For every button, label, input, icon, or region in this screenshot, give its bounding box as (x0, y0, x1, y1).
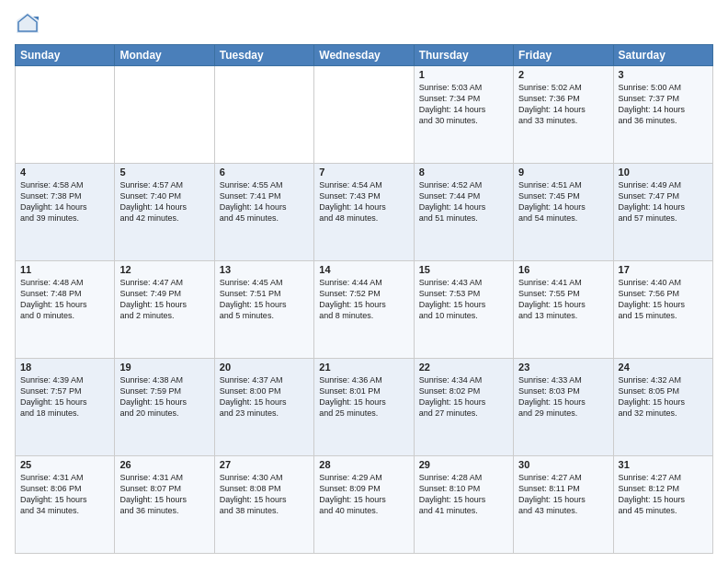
day-cell: 4Sunrise: 4:58 AM Sunset: 7:38 PM Daylig… (16, 164, 115, 261)
day-cell: 11Sunrise: 4:48 AM Sunset: 7:48 PM Dayli… (16, 261, 115, 359)
svg-marker-0 (17, 13, 39, 33)
day-info: Sunrise: 4:40 AM Sunset: 7:56 PM Dayligh… (619, 277, 708, 322)
day-number: 30 (518, 459, 608, 470)
day-info: Sunrise: 4:33 AM Sunset: 8:03 PM Dayligh… (518, 374, 608, 419)
day-number: 23 (518, 362, 608, 373)
week-row-1: 1Sunrise: 5:03 AM Sunset: 7:34 PM Daylig… (16, 66, 713, 164)
day-cell (214, 66, 313, 164)
day-cell: 2Sunrise: 5:02 AM Sunset: 7:36 PM Daylig… (514, 66, 613, 164)
week-row-3: 11Sunrise: 4:48 AM Sunset: 7:48 PM Dayli… (16, 261, 713, 359)
day-cell: 18Sunrise: 4:39 AM Sunset: 7:57 PM Dayli… (16, 359, 115, 456)
day-number: 12 (119, 264, 209, 275)
day-cell: 15Sunrise: 4:43 AM Sunset: 7:53 PM Dayli… (414, 261, 513, 359)
day-cell: 19Sunrise: 4:38 AM Sunset: 7:59 PM Dayli… (115, 359, 214, 456)
day-cell: 29Sunrise: 4:28 AM Sunset: 8:10 PM Dayli… (414, 456, 513, 554)
day-info: Sunrise: 4:43 AM Sunset: 7:53 PM Dayligh… (419, 277, 508, 322)
day-number: 8 (419, 167, 508, 178)
week-row-2: 4Sunrise: 4:58 AM Sunset: 7:38 PM Daylig… (16, 164, 713, 261)
calendar-table: SundayMondayTuesdayWednesdayThursdayFrid… (15, 44, 713, 554)
day-info: Sunrise: 4:38 AM Sunset: 7:59 PM Dayligh… (119, 374, 209, 419)
weekday-header-sunday: Sunday (16, 45, 115, 66)
day-cell: 8Sunrise: 4:52 AM Sunset: 7:44 PM Daylig… (414, 164, 513, 261)
day-number: 3 (619, 69, 708, 80)
day-number: 2 (518, 69, 608, 80)
day-cell: 3Sunrise: 5:00 AM Sunset: 7:37 PM Daylig… (613, 66, 712, 164)
day-number: 20 (220, 362, 309, 373)
page: SundayMondayTuesdayWednesdayThursdayFrid… (0, 0, 728, 563)
day-number: 24 (619, 362, 708, 373)
day-info: Sunrise: 4:52 AM Sunset: 7:44 PM Dayligh… (419, 179, 508, 224)
day-info: Sunrise: 4:41 AM Sunset: 7:55 PM Dayligh… (518, 277, 608, 322)
day-cell: 20Sunrise: 4:37 AM Sunset: 8:00 PM Dayli… (214, 359, 313, 456)
day-cell: 28Sunrise: 4:29 AM Sunset: 8:09 PM Dayli… (314, 456, 414, 554)
day-number: 4 (20, 167, 109, 178)
day-info: Sunrise: 4:44 AM Sunset: 7:52 PM Dayligh… (319, 277, 408, 322)
day-number: 22 (419, 362, 508, 373)
day-cell: 12Sunrise: 4:47 AM Sunset: 7:49 PM Dayli… (115, 261, 214, 359)
day-info: Sunrise: 5:00 AM Sunset: 7:37 PM Dayligh… (619, 82, 708, 127)
day-cell: 10Sunrise: 4:49 AM Sunset: 7:47 PM Dayli… (613, 164, 712, 261)
day-number: 27 (220, 459, 309, 470)
day-info: Sunrise: 4:47 AM Sunset: 7:49 PM Dayligh… (119, 277, 209, 322)
day-info: Sunrise: 4:31 AM Sunset: 8:07 PM Dayligh… (119, 472, 209, 517)
week-row-4: 18Sunrise: 4:39 AM Sunset: 7:57 PM Dayli… (16, 359, 713, 456)
calendar-body: 1Sunrise: 5:03 AM Sunset: 7:34 PM Daylig… (16, 66, 713, 554)
weekday-header-wednesday: Wednesday (314, 45, 414, 66)
weekday-header-friday: Friday (514, 45, 613, 66)
day-cell: 5Sunrise: 4:57 AM Sunset: 7:40 PM Daylig… (115, 164, 214, 261)
day-info: Sunrise: 4:39 AM Sunset: 7:57 PM Dayligh… (20, 374, 109, 419)
day-number: 21 (319, 362, 408, 373)
day-cell: 23Sunrise: 4:33 AM Sunset: 8:03 PM Dayli… (514, 359, 613, 456)
day-cell: 7Sunrise: 4:54 AM Sunset: 7:43 PM Daylig… (314, 164, 414, 261)
weekday-row: SundayMondayTuesdayWednesdayThursdayFrid… (16, 45, 713, 66)
day-number: 18 (20, 362, 109, 373)
day-number: 5 (119, 167, 209, 178)
day-info: Sunrise: 4:34 AM Sunset: 8:02 PM Dayligh… (419, 374, 508, 419)
day-cell: 6Sunrise: 4:55 AM Sunset: 7:41 PM Daylig… (214, 164, 313, 261)
day-number: 10 (619, 167, 708, 178)
day-info: Sunrise: 4:54 AM Sunset: 7:43 PM Dayligh… (319, 179, 408, 224)
day-info: Sunrise: 4:49 AM Sunset: 7:47 PM Dayligh… (619, 179, 708, 224)
day-info: Sunrise: 4:30 AM Sunset: 8:08 PM Dayligh… (220, 472, 309, 517)
day-cell (16, 66, 115, 164)
day-cell: 16Sunrise: 4:41 AM Sunset: 7:55 PM Dayli… (514, 261, 613, 359)
day-info: Sunrise: 4:37 AM Sunset: 8:00 PM Dayligh… (220, 374, 309, 419)
day-number: 29 (419, 459, 508, 470)
logo (15, 11, 44, 37)
day-info: Sunrise: 4:55 AM Sunset: 7:41 PM Dayligh… (220, 179, 309, 224)
day-info: Sunrise: 4:29 AM Sunset: 8:09 PM Dayligh… (319, 472, 408, 517)
day-cell: 25Sunrise: 4:31 AM Sunset: 8:06 PM Dayli… (16, 456, 115, 554)
day-info: Sunrise: 5:02 AM Sunset: 7:36 PM Dayligh… (518, 82, 608, 127)
day-cell: 26Sunrise: 4:31 AM Sunset: 8:07 PM Dayli… (115, 456, 214, 554)
day-info: Sunrise: 4:57 AM Sunset: 7:40 PM Dayligh… (119, 179, 209, 224)
day-number: 31 (619, 459, 708, 470)
day-cell: 22Sunrise: 4:34 AM Sunset: 8:02 PM Dayli… (414, 359, 513, 456)
day-info: Sunrise: 4:51 AM Sunset: 7:45 PM Dayligh… (518, 179, 608, 224)
day-cell: 17Sunrise: 4:40 AM Sunset: 7:56 PM Dayli… (613, 261, 712, 359)
day-info: Sunrise: 4:27 AM Sunset: 8:11 PM Dayligh… (518, 472, 608, 517)
day-number: 15 (419, 264, 508, 275)
day-number: 16 (518, 264, 608, 275)
day-number: 19 (119, 362, 209, 373)
day-number: 1 (419, 69, 508, 80)
day-info: Sunrise: 4:58 AM Sunset: 7:38 PM Dayligh… (20, 179, 109, 224)
day-info: Sunrise: 4:36 AM Sunset: 8:01 PM Dayligh… (319, 374, 408, 419)
day-cell: 31Sunrise: 4:27 AM Sunset: 8:12 PM Dayli… (613, 456, 712, 554)
day-info: Sunrise: 4:48 AM Sunset: 7:48 PM Dayligh… (20, 277, 109, 322)
day-number: 13 (220, 264, 309, 275)
weekday-header-monday: Monday (115, 45, 214, 66)
day-number: 6 (220, 167, 309, 178)
day-number: 7 (319, 167, 408, 178)
day-number: 9 (518, 167, 608, 178)
day-cell: 30Sunrise: 4:27 AM Sunset: 8:11 PM Dayli… (514, 456, 613, 554)
logo-icon (15, 11, 40, 37)
calendar-header: SundayMondayTuesdayWednesdayThursdayFrid… (16, 45, 713, 66)
day-number: 26 (119, 459, 209, 470)
day-info: Sunrise: 4:45 AM Sunset: 7:51 PM Dayligh… (220, 277, 309, 322)
day-cell: 24Sunrise: 4:32 AM Sunset: 8:05 PM Dayli… (613, 359, 712, 456)
day-cell: 1Sunrise: 5:03 AM Sunset: 7:34 PM Daylig… (414, 66, 513, 164)
day-info: Sunrise: 4:27 AM Sunset: 8:12 PM Dayligh… (619, 472, 708, 517)
day-number: 11 (20, 264, 109, 275)
day-number: 14 (319, 264, 408, 275)
day-cell (314, 66, 414, 164)
